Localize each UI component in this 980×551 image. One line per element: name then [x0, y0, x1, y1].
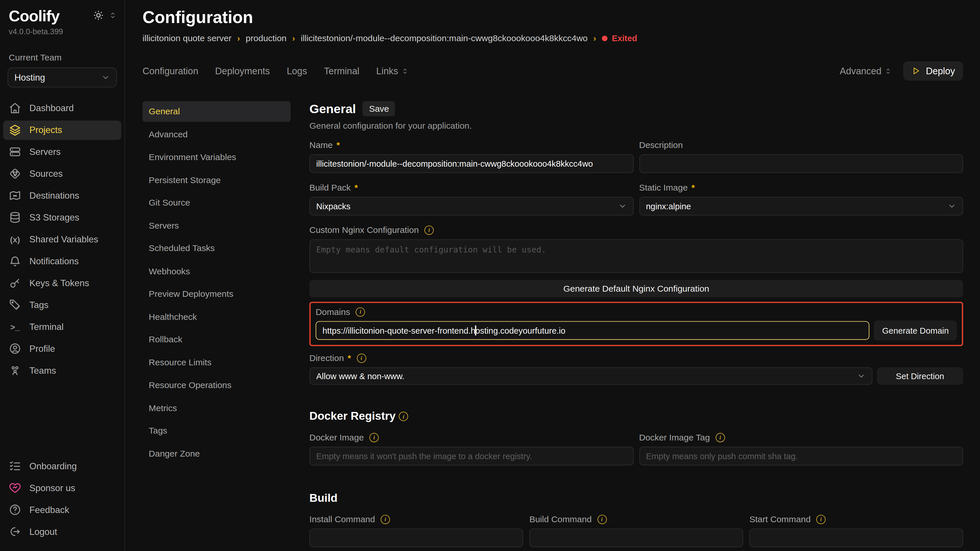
save-button[interactable]: Save [363, 101, 395, 116]
theme-sun-icon[interactable] [93, 10, 104, 21]
info-icon[interactable]: i [399, 412, 408, 421]
breadcrumb-project[interactable]: illicitonion quote server [143, 33, 232, 43]
sidebar-item-s3-storages[interactable]: S3 Storages [3, 208, 121, 227]
install-command-input[interactable] [309, 529, 523, 548]
app-logo: Coolify [9, 8, 59, 25]
advanced-label: Advanced [840, 66, 881, 76]
subnav-item-advanced[interactable]: Advanced [143, 124, 291, 145]
sidebar-item-shared-variables[interactable]: (x) Shared Variables [3, 230, 121, 249]
subnav-item-resource-operations[interactable]: Resource Operations [143, 375, 291, 396]
direction-select[interactable]: Allow www & non-www. [309, 368, 873, 385]
breadcrumb-separator: › [593, 33, 596, 43]
sidebar-item-teams[interactable]: Teams [3, 361, 121, 380]
sidebar-item-profile[interactable]: Profile [3, 339, 121, 358]
breadcrumb-application[interactable]: illicitestonion/-module--decomposition:m… [301, 33, 588, 43]
tab-deployments[interactable]: Deployments [215, 66, 270, 76]
subnav-item-metrics[interactable]: Metrics [143, 398, 291, 419]
subnav-item-general[interactable]: General [143, 101, 291, 122]
subnav-item-webhooks[interactable]: Webhooks [143, 261, 291, 282]
subnav-item-environment-variables[interactable]: Environment Variables [143, 147, 291, 168]
team-select[interactable]: Hosting [8, 67, 117, 87]
advanced-dropdown[interactable]: Advanced [840, 66, 892, 76]
tab-logs[interactable]: Logs [286, 66, 307, 76]
sidebar-item-onboarding[interactable]: Onboarding [3, 456, 121, 475]
field-start-command: Start Command i [749, 505, 963, 548]
info-icon[interactable]: i [597, 515, 607, 524]
build-command-input[interactable] [530, 529, 743, 548]
info-icon[interactable]: i [424, 225, 434, 235]
app-version: v4.0.0-beta.399 [0, 25, 124, 36]
tab-bar-right: Advanced Deploy [840, 62, 963, 81]
info-icon[interactable]: i [356, 307, 365, 317]
screen: Coolify v4.0.0-beta.399 Current Team Hos… [0, 0, 980, 551]
info-icon[interactable]: i [816, 515, 826, 524]
subnav-item-persistent-storage[interactable]: Persistent Storage [143, 170, 291, 191]
custom-nginx-textarea[interactable] [309, 240, 963, 273]
tab-terminal[interactable]: Terminal [324, 66, 360, 76]
generate-nginx-button[interactable]: Generate Default Nginx Configuration [309, 280, 963, 298]
home-icon [9, 102, 21, 114]
config-subnav: General Advanced Environment Variables P… [143, 101, 291, 551]
help-circle-icon [9, 503, 21, 516]
tab-links[interactable]: Links [376, 66, 409, 76]
field-description: Description [639, 131, 963, 173]
subnav-item-tags[interactable]: Tags [143, 421, 291, 441]
theme-chevrons-up-down-icon[interactable] [109, 11, 117, 19]
coolify-app: Coolify v4.0.0-beta.399 Current Team Hos… [0, 0, 980, 551]
breadcrumb: illicitonion quote server › production ›… [143, 33, 963, 43]
sidebar-item-keys-tokens[interactable]: Keys & Tokens [3, 273, 121, 292]
section-heading-build: Build [309, 492, 963, 505]
start-command-label: Start Command i [749, 514, 963, 524]
sidebar-item-feedback[interactable]: Feedback [3, 500, 121, 519]
logo-icons [93, 10, 117, 21]
sidebar-item-projects[interactable]: Projects [3, 120, 121, 140]
sidebar-item-terminal[interactable]: >_ Terminal [3, 317, 121, 336]
docker-image-input[interactable] [309, 447, 633, 465]
subnav-item-git-source[interactable]: Git Source [143, 192, 291, 213]
database-icon [9, 211, 21, 223]
status-badge: Exited [602, 34, 637, 43]
section-heading-docker-registry: Docker Registry i [309, 410, 963, 423]
info-icon[interactable]: i [369, 433, 379, 443]
breadcrumb-environment[interactable]: production [246, 33, 286, 43]
domains-value: https://illicitonion-quote-server-fronte… [323, 326, 565, 336]
sidebar-item-dashboard[interactable]: Dashboard [3, 98, 121, 118]
tab-configuration[interactable]: Configuration [143, 66, 199, 76]
sidebar-item-label: Projects [29, 125, 62, 135]
docker-image-tag-input[interactable] [639, 447, 963, 465]
start-command-input[interactable] [749, 529, 963, 548]
build-pack-select[interactable]: Nixpacks [309, 197, 633, 216]
generate-domain-button[interactable]: Generate Domain [874, 321, 957, 341]
sidebar-item-destinations[interactable]: Destinations [3, 186, 121, 205]
subnav-item-healthcheck[interactable]: Healthcheck [143, 306, 291, 327]
sidebar-item-notifications[interactable]: Notifications [3, 251, 121, 271]
sidebar-item-label: Tags [29, 300, 48, 310]
breadcrumb-separator: › [292, 33, 295, 43]
subnav-item-danger-zone[interactable]: Danger Zone [143, 444, 291, 464]
sidebar-item-logout[interactable]: Logout [3, 522, 121, 541]
info-icon[interactable]: i [380, 515, 390, 524]
subnav-item-servers[interactable]: Servers [143, 215, 291, 236]
subnav-item-rollback[interactable]: Rollback [143, 329, 291, 350]
static-image-select[interactable]: nginx:alpine [639, 197, 963, 216]
sidebar-item-label: Terminal [29, 322, 64, 332]
required-marker: * [355, 183, 358, 193]
set-direction-button[interactable]: Set Direction [877, 368, 963, 385]
layers-icon [9, 124, 21, 136]
sidebar-item-sponsor-us[interactable]: Sponsor us [3, 478, 121, 497]
sidebar-item-label: S3 Storages [29, 213, 79, 222]
sidebar-item-tags[interactable]: Tags [3, 295, 121, 314]
logout-icon [9, 525, 21, 537]
domains-input[interactable]: https://illicitonion-quote-server-fronte… [316, 321, 870, 340]
sidebar-item-servers[interactable]: Servers [3, 142, 121, 162]
deploy-button[interactable]: Deploy [904, 62, 963, 81]
info-icon[interactable]: i [716, 433, 725, 443]
subnav-item-resource-limits[interactable]: Resource Limits [143, 353, 291, 373]
description-input[interactable] [639, 155, 963, 173]
subnav-item-scheduled-tasks[interactable]: Scheduled Tasks [143, 238, 291, 259]
name-input[interactable] [309, 155, 633, 173]
sidebar-item-sources[interactable]: Sources [3, 164, 121, 183]
subnav-item-preview-deployments[interactable]: Preview Deployments [143, 284, 291, 305]
chevrons-up-down-icon [401, 67, 409, 75]
info-icon[interactable]: i [356, 354, 366, 363]
